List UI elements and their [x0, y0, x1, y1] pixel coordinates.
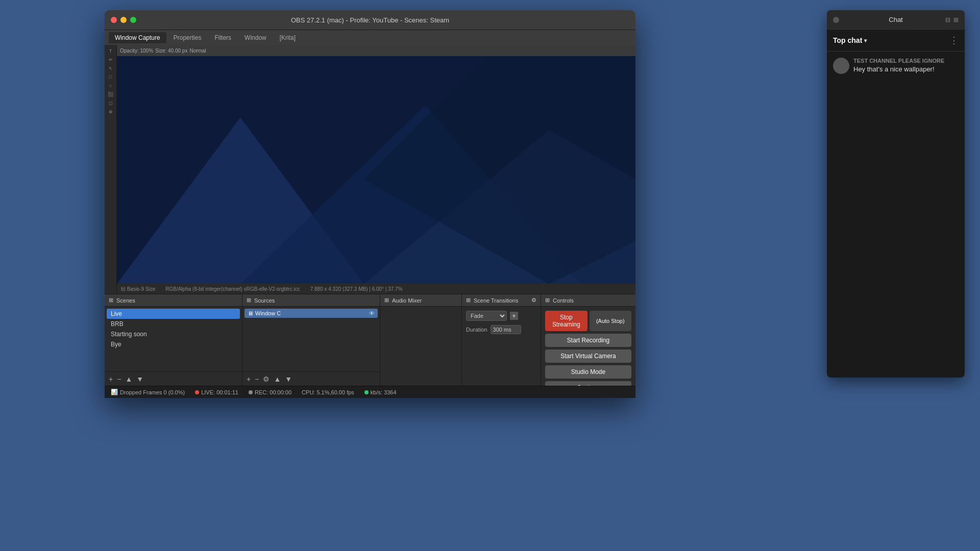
streaming-row: Stop Streaming (Auto Stop): [545, 311, 631, 331]
studio-mode-button[interactable]: Studio Mode: [545, 365, 631, 379]
sources-label: Sources: [254, 297, 275, 304]
chevron-down-icon: ▾: [864, 38, 867, 43]
scene-bye[interactable]: Bye: [107, 339, 240, 349]
sources-down-button[interactable]: ▼: [285, 375, 292, 383]
preview-container: Opacity: 100% Size: 40.00 px Normal: [117, 45, 635, 294]
preview-area: T ✏ ↖ □ ○ ⬛ ◻ ⊕ Opacity: 100% Size: 40.0…: [105, 45, 635, 294]
chat-titlebar: Chat ⊟ ⊞: [827, 10, 965, 30]
chat-title: Chat: [889, 16, 902, 23]
preview-canvas: [117, 56, 635, 284]
tab-window-capture[interactable]: Window Capture: [109, 32, 166, 43]
sources-panel-header: ⊞ Sources: [242, 294, 380, 307]
sources-add-button[interactable]: +: [247, 375, 251, 383]
rec-status: REC: 00:00:00: [249, 389, 291, 395]
tool-zoom[interactable]: ⊕: [106, 108, 116, 116]
sources-list: 🖥 Window C 👁: [242, 307, 380, 371]
controls-label: Controls: [553, 297, 574, 304]
source-window-capture[interactable]: 🖥 Window C 👁: [244, 309, 378, 318]
tool-fill[interactable]: ⬛: [106, 90, 116, 98]
transitions-gear-icon[interactable]: ⚙: [531, 297, 536, 304]
scenes-remove-button[interactable]: −: [117, 375, 121, 383]
chat-message: TEST CHANNEL PLEASE IGNORE Hey that's a …: [833, 58, 959, 74]
chat-username: TEST CHANNEL PLEASE IGNORE: [853, 58, 959, 64]
tab-window[interactable]: Window: [238, 32, 273, 43]
panels-row: ⊞ Scenes Live BRB Starting soon Bye +: [105, 294, 635, 386]
tool-eraser[interactable]: ◻: [106, 99, 116, 107]
audio-icon: ⊞: [384, 297, 389, 304]
start-virtual-camera-button[interactable]: Start Virtual Camera: [545, 349, 631, 363]
chat-title-icons: ⊟ ⊞: [945, 16, 959, 23]
obs-window: OBS 27.2.1 (mac) - Profile: YouTube - Sc…: [105, 10, 635, 398]
sources-panel: ⊞ Sources 🖥 Window C 👁 + − ⚙ ▲ ▼: [242, 294, 380, 386]
chat-more-button[interactable]: ⋮: [949, 35, 959, 46]
tab-properties[interactable]: Properties: [167, 32, 208, 43]
dropped-frames-icon: 📊: [111, 389, 118, 395]
transitions-content: Fade ▼ Duration: [462, 307, 541, 386]
tool-brush[interactable]: ✏: [106, 56, 116, 64]
transition-type-select[interactable]: Fade: [466, 311, 507, 321]
duration-label: Duration: [466, 327, 487, 333]
tabs-bar: Window Capture Properties Filters Window…: [105, 30, 635, 45]
chat-avatar: [833, 58, 849, 74]
tool-text[interactable]: T: [106, 47, 116, 55]
audio-mixer-header: ⊞ Audio Mixer: [380, 294, 461, 307]
chat-panel: Chat ⊟ ⊞ Top chat ▾ ⋮ TEST CHANNEL PLEAS…: [827, 10, 965, 378]
sources-gear-button[interactable]: ⚙: [263, 375, 270, 383]
scene-live[interactable]: Live: [107, 309, 240, 319]
close-button[interactable]: [111, 17, 117, 23]
chat-header: Top chat ▾ ⋮: [827, 30, 965, 52]
preview-bottom-bar: b) Basis-9 Size RGB/Alpha (8-bit integer…: [117, 284, 635, 294]
controls-panel: ⊞ Controls Stop Streaming (Auto Stop) St…: [541, 294, 635, 386]
chat-dock-icon[interactable]: ⊟: [945, 16, 950, 23]
duration-input[interactable]: [491, 325, 521, 334]
duration-row: Duration: [466, 325, 536, 334]
transitions-icon: ⊞: [466, 297, 471, 304]
tab-krita[interactable]: [Krita]: [274, 32, 302, 43]
scenes-list: Live BRB Starting soon Bye: [105, 307, 242, 371]
tab-filters[interactable]: Filters: [208, 32, 237, 43]
tool-rect[interactable]: □: [106, 73, 116, 81]
scenes-down-button[interactable]: ▼: [136, 375, 143, 383]
maximize-button[interactable]: [130, 17, 136, 23]
live-status: LIVE: 00:01:11: [195, 389, 238, 395]
sources-remove-button[interactable]: −: [255, 375, 259, 383]
opacity-label: Opacity: 100%: [120, 48, 153, 54]
sources-up-button[interactable]: ▲: [274, 375, 281, 383]
top-chat-selector[interactable]: Top chat ▾: [833, 36, 867, 44]
titlebar: OBS 27.2.1 (mac) - Profile: YouTube - Sc…: [105, 10, 635, 30]
audio-label: Audio Mixer: [392, 297, 422, 304]
kbps-status: kb/s: 3364: [364, 389, 397, 395]
minimize-button[interactable]: [120, 17, 127, 23]
audio-mixer-content: [380, 307, 461, 386]
settings-button[interactable]: Settings: [545, 381, 631, 386]
source-eye-icon[interactable]: 👁: [369, 310, 375, 316]
preview-bottom-center: RGB/Alpha (8-bit integer(channel) sRGB-e…: [165, 286, 300, 292]
start-recording-button[interactable]: Start Recording: [545, 334, 631, 347]
scenes-up-button[interactable]: ▲: [125, 375, 132, 383]
preview-bottom-left: b) Basis-9 Size: [121, 286, 155, 292]
stop-streaming-button[interactable]: Stop Streaming: [545, 311, 587, 331]
transitions-header: ⊞ Scene Transitions ⚙: [462, 294, 541, 307]
transition-settings-button[interactable]: ▼: [510, 312, 518, 320]
audio-mixer-panel: ⊞ Audio Mixer: [380, 294, 462, 386]
left-toolbar: T ✏ ↖ □ ○ ⬛ ◻ ⊕: [105, 45, 117, 294]
chat-close-button[interactable]: [833, 17, 839, 23]
auto-stop-button[interactable]: (Auto Stop): [590, 311, 632, 331]
tool-circle[interactable]: ○: [106, 82, 116, 90]
status-bar: 📊 Dropped Frames 0 (0.0%) LIVE: 00:01:11…: [105, 386, 635, 398]
live-dot: [195, 390, 199, 394]
preview-bottom-right: 7.880 x 4.320 (327.3 MB) | 6.00° | 37.7%: [310, 286, 403, 292]
scene-starting-soon[interactable]: Starting soon: [107, 329, 240, 339]
scenes-label: Scenes: [116, 297, 135, 304]
cpu-status: CPU: 5.1%,60.00 fps: [302, 389, 354, 395]
rec-dot: [249, 390, 253, 394]
scene-brb[interactable]: BRB: [107, 319, 240, 329]
controls-icon: ⊞: [545, 297, 550, 304]
scenes-add-button[interactable]: +: [109, 375, 113, 383]
tool-select[interactable]: ↖: [106, 64, 116, 72]
top-chat-label: Top chat: [833, 36, 862, 44]
controls-content: Stop Streaming (Auto Stop) Start Recordi…: [541, 307, 635, 386]
chat-popout-icon[interactable]: ⊞: [953, 16, 959, 23]
chat-bubble: TEST CHANNEL PLEASE IGNORE Hey that's a …: [853, 58, 959, 74]
preview-toolbar: Opacity: 100% Size: 40.00 px Normal: [117, 45, 635, 56]
